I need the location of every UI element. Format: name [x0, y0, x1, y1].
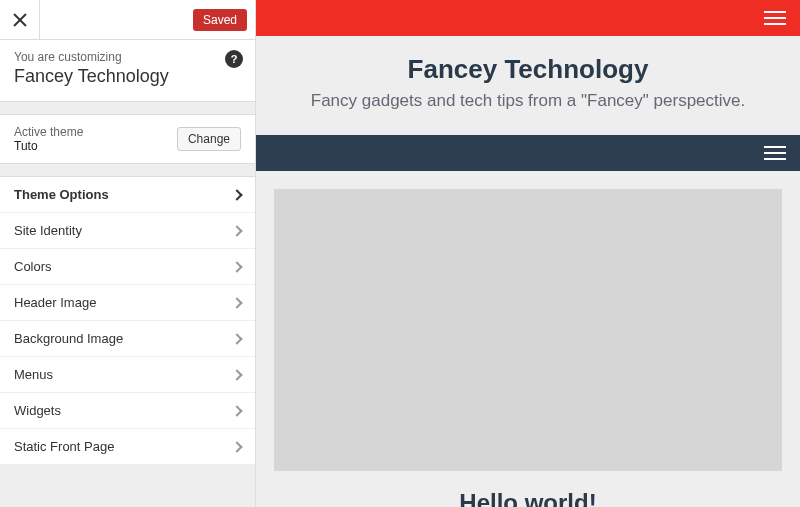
chevron-right-icon: [231, 189, 242, 200]
nav-item-label: Static Front Page: [14, 439, 114, 454]
active-theme-block: Active theme Tuto Change: [0, 114, 255, 164]
site-header: Fancey Technology Fancy gadgets and tech…: [256, 36, 800, 135]
theme-labels: Active theme Tuto: [14, 125, 83, 153]
customizer-sidebar: Saved You are customizing Fancey Technol…: [0, 0, 256, 507]
hamburger-icon: [764, 17, 786, 19]
active-theme-label: Active theme: [14, 125, 83, 139]
chevron-right-icon: [231, 333, 242, 344]
nav-item-static-front-page[interactable]: Static Front Page: [0, 429, 255, 465]
featured-image-placeholder: [274, 189, 782, 471]
nav-item-label: Menus: [14, 367, 53, 382]
chevron-right-icon: [231, 261, 242, 272]
preview-site-title: Fancey Technology: [276, 54, 780, 85]
chevron-right-icon: [231, 369, 242, 380]
help-icon[interactable]: ?: [225, 50, 243, 68]
customizing-info: You are customizing Fancey Technology ?: [0, 40, 255, 102]
hamburger-icon: [764, 146, 786, 148]
nav-item-site-identity[interactable]: Site Identity: [0, 213, 255, 249]
nav-menu-toggle[interactable]: [764, 142, 786, 164]
sidebar-header: Saved: [0, 0, 255, 40]
chevron-right-icon: [231, 225, 242, 236]
nav-item-theme-options[interactable]: Theme Options: [0, 177, 255, 213]
chevron-right-icon: [231, 441, 242, 452]
saved-button[interactable]: Saved: [193, 9, 247, 31]
close-icon: [13, 13, 27, 27]
top-menu-toggle[interactable]: [764, 7, 786, 29]
customizer-nav: Theme Options Site Identity Colors Heade…: [0, 176, 255, 465]
content-area: Hello world!: [256, 171, 800, 507]
hamburger-icon: [764, 158, 786, 160]
nav-item-label: Header Image: [14, 295, 96, 310]
hamburger-icon: [764, 23, 786, 25]
theme-name: Tuto: [14, 139, 83, 153]
preview-tagline: Fancy gadgets and tech tips from a "Fanc…: [276, 91, 780, 111]
chevron-right-icon: [231, 297, 242, 308]
chevron-right-icon: [231, 405, 242, 416]
nav-item-menus[interactable]: Menus: [0, 357, 255, 393]
nav-item-label: Widgets: [14, 403, 61, 418]
change-theme-button[interactable]: Change: [177, 127, 241, 151]
nav-item-label: Colors: [14, 259, 52, 274]
site-title-text: Fancey Technology: [14, 66, 241, 87]
main-nav-bar: [256, 135, 800, 171]
nav-item-colors[interactable]: Colors: [0, 249, 255, 285]
site-preview: Fancey Technology Fancy gadgets and tech…: [256, 0, 800, 507]
nav-item-background-image[interactable]: Background Image: [0, 321, 255, 357]
nav-item-widgets[interactable]: Widgets: [0, 393, 255, 429]
nav-item-label: Site Identity: [14, 223, 82, 238]
nav-item-header-image[interactable]: Header Image: [0, 285, 255, 321]
top-bar: [256, 0, 800, 36]
nav-item-label: Theme Options: [14, 187, 109, 202]
hamburger-icon: [764, 152, 786, 154]
close-button[interactable]: [0, 0, 40, 40]
hamburger-icon: [764, 11, 786, 13]
nav-item-label: Background Image: [14, 331, 123, 346]
customizing-label: You are customizing: [14, 50, 241, 64]
post-title: Hello world!: [274, 489, 782, 507]
